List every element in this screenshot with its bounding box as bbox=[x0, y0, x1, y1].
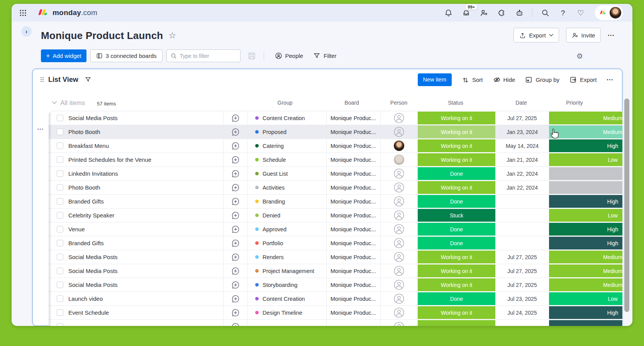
table-row[interactable]: Social Media Posts Renders Monique Produ… bbox=[49, 250, 623, 264]
board-cell[interactable]: Monique Produc... bbox=[327, 236, 381, 250]
date-cell[interactable] bbox=[496, 222, 549, 236]
inbox-button[interactable]: 99+ bbox=[461, 8, 471, 18]
add-update-button[interactable] bbox=[224, 153, 247, 166]
widget-filter-funnel-icon[interactable] bbox=[85, 76, 92, 83]
add-update-button[interactable] bbox=[224, 139, 247, 153]
item-name[interactable]: Venue bbox=[68, 226, 85, 232]
person-cell[interactable] bbox=[381, 139, 417, 153]
filter-search-box[interactable] bbox=[166, 49, 241, 62]
row-checkbox[interactable] bbox=[57, 170, 63, 177]
date-cell[interactable]: Jan 22, 2024 bbox=[496, 181, 549, 194]
group-by-button[interactable]: Group by bbox=[525, 76, 559, 83]
priority-cell[interactable]: High bbox=[549, 195, 623, 208]
row-checkbox[interactable] bbox=[57, 254, 63, 260]
row-checkbox[interactable] bbox=[57, 115, 63, 121]
expand-sidebar-button[interactable]: › bbox=[21, 26, 32, 37]
person-cell[interactable] bbox=[381, 153, 417, 166]
group-name[interactable]: Design Timeline bbox=[263, 310, 302, 316]
priority-cell[interactable]: High bbox=[549, 236, 623, 250]
group-name[interactable]: Catering bbox=[263, 143, 284, 149]
add-update-button[interactable] bbox=[224, 111, 247, 125]
status-cell[interactable]: Working on it bbox=[417, 306, 496, 319]
group-name[interactable]: Denied bbox=[263, 212, 280, 219]
help-button[interactable]: ? bbox=[558, 8, 568, 18]
table-row[interactable]: Social Media Posts Storyboarding Monique… bbox=[49, 278, 623, 292]
column-header-group[interactable]: Group bbox=[278, 100, 293, 106]
priority-cell[interactable]: Medium bbox=[549, 278, 623, 292]
priority-cell[interactable]: Low bbox=[549, 209, 623, 222]
row-checkbox[interactable] bbox=[57, 309, 63, 316]
board-cell[interactable] bbox=[327, 320, 381, 326]
add-widget-button[interactable]: + Add widget bbox=[41, 49, 86, 62]
table-row[interactable]: Launch video Content Creation Monique Pr… bbox=[49, 292, 623, 306]
column-header-status[interactable]: Status bbox=[448, 100, 463, 106]
group-name[interactable]: Approved bbox=[263, 226, 286, 232]
table-row[interactable]: Photo Booth Proposed Monique Produc... bbox=[49, 125, 623, 139]
person-cell[interactable] bbox=[381, 250, 417, 264]
item-name[interactable]: Social Media Posts bbox=[68, 115, 118, 121]
add-update-button[interactable] bbox=[224, 195, 247, 208]
column-header-date[interactable]: Date bbox=[515, 100, 527, 106]
priority-cell[interactable] bbox=[549, 167, 623, 180]
board-cell[interactable]: Monique Produc... bbox=[327, 250, 381, 264]
status-cell[interactable]: Working on it bbox=[417, 153, 496, 166]
table-row[interactable]: Social Media Posts Content Creation Moni… bbox=[49, 111, 623, 125]
person-cell[interactable] bbox=[381, 292, 417, 305]
person-cell[interactable] bbox=[381, 264, 417, 278]
group-name[interactable]: Renders bbox=[263, 254, 284, 260]
date-cell[interactable]: Jul 27, 2025 bbox=[496, 250, 549, 264]
board-cell[interactable]: Monique Produc... bbox=[327, 209, 381, 222]
table-row[interactable]: Breakfast Menu Catering Monique Produc..… bbox=[49, 139, 623, 153]
person-cell[interactable] bbox=[381, 111, 417, 125]
item-name[interactable]: Launch video bbox=[68, 295, 103, 302]
date-cell[interactable] bbox=[496, 236, 549, 250]
person-cell[interactable] bbox=[381, 181, 417, 194]
connected-boards-button[interactable]: 3 connected boards bbox=[90, 49, 163, 62]
add-update-button[interactable] bbox=[224, 209, 247, 222]
board-more-options-button[interactable]: ••• bbox=[608, 33, 615, 37]
apps-marketplace-button[interactable] bbox=[497, 8, 507, 18]
column-header-priority[interactable]: Priority bbox=[566, 100, 583, 106]
date-cell[interactable]: Jul 27, 2025 bbox=[496, 264, 549, 278]
group-name[interactable]: Proposed bbox=[263, 129, 286, 135]
row-checkbox[interactable] bbox=[57, 282, 63, 288]
row-checkbox[interactable] bbox=[57, 324, 63, 326]
item-name[interactable]: Social Media Posts bbox=[68, 254, 118, 260]
board-cell[interactable]: Monique Produc... bbox=[327, 181, 381, 194]
priority-cell[interactable] bbox=[549, 181, 623, 194]
add-update-button[interactable] bbox=[224, 320, 247, 326]
row-checkbox[interactable] bbox=[57, 226, 63, 232]
account-profile-pill[interactable] bbox=[595, 5, 623, 20]
date-cell[interactable] bbox=[496, 209, 549, 222]
person-cell[interactable] bbox=[381, 306, 417, 319]
status-cell[interactable]: Done bbox=[417, 236, 496, 250]
collapse-group-chevron-icon[interactable] bbox=[52, 101, 57, 104]
group-name[interactable]: Content Creation bbox=[263, 296, 305, 302]
group-name[interactable]: Portfolio bbox=[263, 240, 283, 246]
date-cell[interactable]: Jan 22, 2024 bbox=[496, 167, 549, 180]
status-cell[interactable]: Stuck bbox=[417, 209, 496, 222]
group-name[interactable]: Guest List bbox=[263, 171, 288, 177]
new-item-button[interactable]: New item bbox=[418, 73, 452, 86]
priority-cell[interactable]: High bbox=[549, 306, 623, 319]
row-checkbox[interactable] bbox=[57, 295, 63, 302]
item-name[interactable]: Celebrity Speaker bbox=[68, 212, 114, 219]
row-more-options-button[interactable]: ••• bbox=[37, 127, 44, 131]
group-name[interactable]: Schedule bbox=[263, 157, 286, 163]
add-update-button[interactable] bbox=[224, 181, 247, 194]
group-name[interactable]: Content Creation bbox=[263, 115, 305, 121]
priority-cell[interactable]: High bbox=[549, 222, 623, 236]
status-cell[interactable]: Done bbox=[417, 167, 496, 180]
whats-new-button[interactable]: ♡ bbox=[576, 8, 586, 18]
table-row[interactable]: Event Schedule Design Timeline Monique P… bbox=[49, 306, 623, 320]
priority-cell[interactable]: Low bbox=[549, 292, 623, 305]
date-cell[interactable]: Jan 21, 2024 bbox=[496, 153, 549, 166]
group-name[interactable]: Project Management bbox=[263, 268, 314, 274]
status-cell[interactable]: Working on it bbox=[417, 125, 496, 139]
invite-members-button[interactable] bbox=[479, 8, 489, 18]
date-cell[interactable]: Jul 23, 2025 bbox=[496, 292, 549, 305]
date-cell[interactable]: Jan 23, 2024 bbox=[496, 125, 549, 139]
row-checkbox[interactable] bbox=[57, 268, 63, 274]
table-row[interactable]: Social Media Posts Project Management Mo… bbox=[49, 264, 623, 278]
person-cell[interactable] bbox=[381, 236, 417, 250]
